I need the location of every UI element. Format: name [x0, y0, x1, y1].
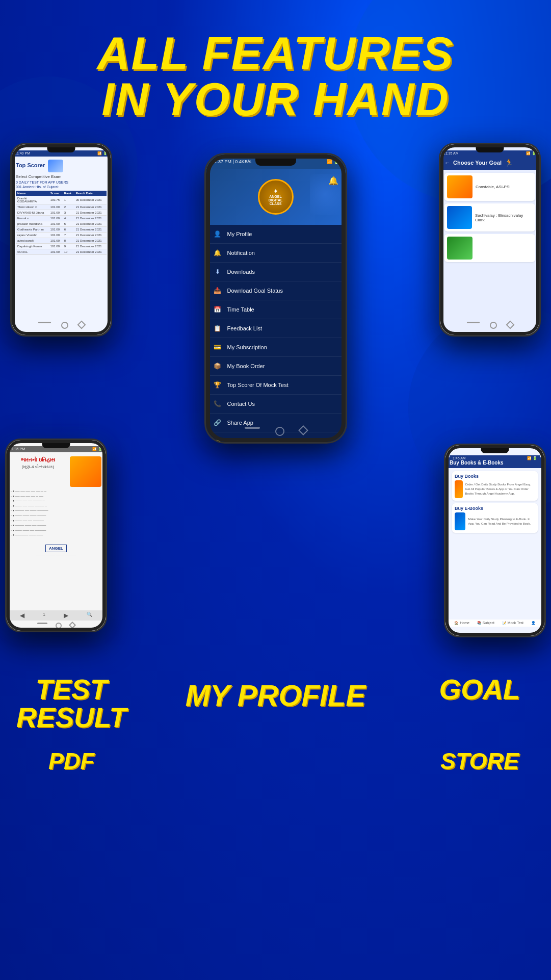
menu-label-share-app: Share App	[227, 420, 253, 426]
sidebar-item-downloads[interactable]: ⬇ Downloads	[206, 263, 346, 281]
menu-label-notification: Notification	[227, 250, 255, 256]
goal-phone: 11:35 AM 📶 🔋 ← Choose Your Goal 🏃 Consta…	[439, 143, 541, 337]
phone-notch	[42, 443, 70, 448]
trophy-icon: 🏆	[213, 380, 222, 390]
download-icon: ⬇	[213, 267, 222, 276]
sidebar-item-notification[interactable]: 🔔 Notification	[206, 244, 346, 263]
phone-notch	[476, 147, 504, 152]
store-nav-profile[interactable]: 👤	[531, 621, 536, 625]
store-phone: 1:45 AM 📶 🔋 Buy Books & E-Books Buy Book…	[444, 444, 546, 637]
menu-label-downloads: Downloads	[227, 269, 255, 275]
menu-label-my-subscription: My Subscription	[227, 344, 267, 350]
sidebar-item-download-goal-status[interactable]: 📥 Download Goal Status	[206, 281, 346, 300]
store-bottom-nav: 🏠 Home 📚 Subject 📝 Mock Test 👤	[445, 620, 544, 627]
sidebar-item-feedback-list[interactable]: 📋 Feedback List	[206, 319, 346, 338]
test-result-title: Top Scorer	[16, 162, 45, 168]
back-icon: ←	[444, 160, 450, 166]
goal-item-label-1: Constable, ASI-PSI	[476, 185, 510, 189]
bottom-labels-row: PDF STORE	[0, 732, 551, 793]
store-item-title-books: Buy Books	[455, 474, 535, 479]
menu-label-download-goal-status: Download Goal Status	[227, 288, 283, 294]
pdf-bottom-nav: ◀ 1 ▶ 🔍	[7, 610, 106, 621]
contact-icon: 📞	[213, 399, 222, 408]
phone-bottom-nav	[7, 623, 106, 629]
pdf-phone: 11:35 PM 📶 🔋 ભારતનો ઇતિહાસ (ખૂણ-4 વોત્સ્…	[5, 439, 107, 632]
feedback-icon: 📋	[213, 324, 222, 333]
menu-label-contact-us: Contact Us	[227, 401, 255, 407]
phones-section: 11:40 PM 📶 🔋 Top Scorer Select Competiti…	[0, 143, 551, 678]
store-nav-mock-test[interactable]: 📝 Mock Test	[502, 621, 523, 625]
store-item-title-ebooks: Buy E-Books	[455, 506, 535, 511]
store-nav-subject[interactable]: 📚 Subject	[477, 621, 494, 625]
goal-header: ← Choose Your Goal 🏃	[440, 156, 539, 170]
menu-label-top-scorer: Top Scorer Of Mock Test	[227, 382, 288, 388]
table-row: Thimi Hitesh v101.00221 December 2021	[16, 204, 107, 210]
phone-bottom-bar	[206, 427, 346, 436]
menu-label-time-table: Time Table	[227, 306, 254, 313]
prev-icon[interactable]: ◀	[20, 612, 24, 619]
menu-label-my-book-order: My Book Order	[227, 363, 265, 369]
runner-icon: 🏃	[505, 159, 513, 167]
store-screen: 1:45 AM 📶 🔋 Buy Books & E-Books Buy Book…	[445, 445, 544, 636]
phone-notch	[47, 147, 75, 152]
store-label: STORE	[424, 750, 536, 772]
book-thumbnail-1	[447, 175, 473, 198]
next-icon[interactable]: ▶	[64, 612, 68, 619]
zoom-icon[interactable]: 🔍	[87, 612, 92, 619]
notification-icon: 🔔	[213, 248, 222, 257]
sidebar-item-my-book-order[interactable]: 📦 My Book Order	[206, 357, 346, 376]
subscription-icon: 💳	[213, 343, 222, 352]
table-row: Dayalsingh Kumar101.00921 December 2021	[16, 244, 107, 249]
sidebar-item-my-subscription[interactable]: 💳 My Subscription	[206, 338, 346, 357]
test-result-icon	[48, 160, 63, 172]
list-item	[444, 234, 535, 262]
app-logo: ✦ ANGELDIGITALCLASS	[258, 179, 294, 215]
test-select-label: Select Competitive Exam	[16, 174, 107, 179]
notification-bell-icon: 🔔	[328, 176, 338, 186]
phone-bottom-nav	[12, 322, 111, 329]
pdf-cover-image	[70, 456, 101, 487]
table-row: avind pansN101.00821 December 2021	[16, 238, 107, 244]
center-phone-wrapper: 11:37 PM | 0.4KB/s 📶 🔋 ✦ ANGELDIGITALCLA…	[204, 153, 347, 444]
phone-bottom-nav	[440, 322, 539, 329]
header-title: ALL FEATURES IN YOUR HAND	[20, 31, 531, 122]
table-row: prakash mandisha101.00521 December 2021	[16, 221, 107, 227]
star-icon: ⭐	[213, 437, 222, 442]
buy-ebooks-image	[455, 512, 465, 530]
book-thumbnail-3	[447, 237, 473, 260]
center-phone-header: ✦ ANGELDIGITALCLASS 🔔	[206, 169, 346, 225]
sidebar-item-top-scorer[interactable]: 🏆 Top Scorer Of Mock Test	[206, 376, 346, 395]
my-profile-label: MY PROFILE	[127, 678, 424, 712]
profile-icon: 👤	[213, 229, 222, 239]
sidebar-item-time-table[interactable]: 📅 Time Table	[206, 300, 346, 319]
test-result-label: TESTRESULT	[15, 676, 127, 732]
table-row: DrashtiGODAVARIYA193.75130 December 2021	[16, 196, 107, 204]
store-item-desc-books: Order / Get Daily Study Books From Angel…	[465, 482, 535, 496]
table-row: SOHAL101.001021 December 2021	[16, 249, 107, 255]
right-bottom-phone: 1:45 AM 📶 🔋 Buy Books & E-Books Buy Book…	[444, 444, 546, 637]
pdf-subtitle: (ખૂણ-4 વોત્સ્યયક)	[11, 465, 65, 470]
download-goal-icon: 📥	[213, 286, 222, 295]
store-nav-home[interactable]: 🏠 Home	[454, 621, 469, 625]
store-label-col: STORE	[424, 742, 536, 772]
pdf-content: - ● ── ── ── ── ── ─ ─ - ● ── ── ── ── ─…	[11, 489, 101, 538]
goal-label: GOAL	[424, 676, 536, 704]
test-result-table: Name Score Rank Result Date DrashtiGODAV…	[16, 191, 107, 255]
test-result-screen: 11:40 PM 📶 🔋 Top Scorer Select Competiti…	[12, 144, 111, 335]
sidebar-item-contact-us[interactable]: 📞 Contact Us	[206, 395, 346, 414]
pdf-label-col: PDF	[15, 742, 127, 772]
share-icon: 🔗	[213, 418, 222, 427]
table-row: Krunal v101.00421 December 2021	[16, 216, 107, 221]
list-item: Sachivalay : Binsachivalay Clark	[444, 203, 535, 231]
list-item: Buy E-Books Make Your Daily Study Planni…	[452, 503, 538, 533]
right-top-phone: 11:35 AM 📶 🔋 ← Choose Your Goal 🏃 Consta…	[439, 143, 541, 337]
angel-logo: ANGEL	[45, 545, 67, 552]
list-item: Buy Books Order / Get Daily Study Books …	[452, 471, 538, 501]
store-item-desc-ebooks: Make Your Daily Study Planning to E-Book…	[468, 517, 535, 526]
timetable-icon: 📅	[213, 305, 222, 314]
left-bottom-phone: 11:35 PM 📶 🔋 ભારતનો ઇતિહાસ (ખૂણ-4 વોત્સ્…	[5, 439, 107, 632]
sidebar-item-my-profile[interactable]: 👤 My Profile	[206, 225, 346, 244]
goal-item-label-2: Sachivalay : Binsachivalay Clark	[475, 213, 533, 222]
menu-label-feedback-list: Feedback List	[227, 325, 262, 331]
center-phone-screen: 11:37 PM | 0.4KB/s 📶 🔋 ✦ ANGELDIGITALCLA…	[206, 154, 346, 442]
